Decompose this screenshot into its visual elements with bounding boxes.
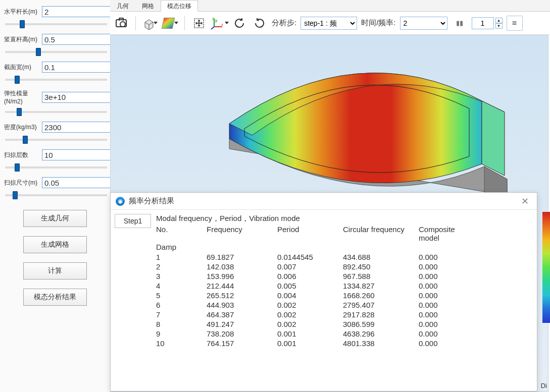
- move-tool[interactable]: [191, 16, 207, 31]
- table-row: 169.18270.0144545434.6880.000: [156, 252, 464, 262]
- table-row: 10764.1570.0014801.3380.000: [156, 339, 464, 348]
- overflow-button[interactable]: ≡: [507, 16, 523, 31]
- param-slider[interactable]: [5, 23, 107, 25]
- rotate-ccw-tool[interactable]: [252, 16, 268, 31]
- results-text: Modal frequency，Period，Vibration mode No…: [151, 214, 532, 389]
- cube-icon: [143, 18, 153, 28]
- time-freq-label: 时间/频率:: [361, 18, 395, 28]
- gen-mesh-button[interactable]: 生成网格: [23, 236, 87, 253]
- param-row: 弹性模量(N/m2): [4, 89, 106, 115]
- table-row: 4212.4440.0051334.8270.000: [156, 281, 464, 291]
- viewport-toolbar: xzy 分析步: step-1 : 频 时间/频率: 2 ▮▮: [110, 12, 550, 35]
- col-no: No.: [156, 225, 207, 243]
- table-row: 9738.2080.0014638.2960.000: [156, 329, 464, 339]
- model-render: [202, 50, 525, 212]
- param-slider[interactable]: [5, 79, 107, 81]
- colormap-dropdown[interactable]: [162, 16, 178, 31]
- color-legend: [542, 212, 550, 323]
- tab-geom[interactable]: 几何: [110, 0, 135, 11]
- param-label: 弹性模量(N/m2): [4, 89, 42, 105]
- table-row: 7464.3870.0022917.8280.000: [156, 310, 464, 319]
- param-row: 竖直杆高(m): [4, 34, 106, 54]
- gradient-cube-icon: [161, 18, 175, 29]
- sidebar: 水平杆长(m)竖直杆高(m)截面宽(m)弹性模量(N/m2)密度(kg/m3)扫…: [0, 0, 110, 392]
- col-circ: Circular frequency: [343, 225, 419, 243]
- param-label: 密度(kg/m3): [4, 123, 42, 132]
- param-label: 扫掠尺寸(m): [4, 179, 42, 187]
- table-row: 8491.2470.0023086.5990.000: [156, 319, 464, 329]
- table-row: 6444.9030.0022795.4070.000: [156, 300, 464, 310]
- viewport-corner-label: Di: [541, 382, 547, 389]
- col-period: Period: [277, 225, 343, 243]
- tab-mesh[interactable]: 网格: [135, 0, 161, 11]
- param-label: 截面宽(m): [4, 63, 42, 72]
- axis-tool[interactable]: xzy: [211, 16, 227, 31]
- dialog-close-button[interactable]: ✕: [518, 195, 532, 208]
- param-row: 水平杆长(m): [4, 6, 106, 27]
- table-row: 5265.5120.0041668.2600.000: [156, 291, 464, 300]
- rotate-ccw-icon: [254, 17, 266, 29]
- frame-step-up[interactable]: ▲: [495, 18, 503, 23]
- view-tabstrip: 几何 网格 模态位移: [110, 0, 550, 12]
- param-row: 密度(kg/m3): [4, 122, 106, 142]
- table-row: 2142.0380.007892.4500.000: [156, 262, 464, 271]
- table-row: 3153.9960.006967.5880.000: [156, 271, 464, 281]
- move-icon: [193, 17, 205, 29]
- dialog-step-tab[interactable]: Step1: [115, 214, 151, 228]
- param-row: 扫掠尺寸(m): [4, 177, 106, 198]
- param-slider[interactable]: [5, 166, 107, 169]
- param-label: 水平杆长(m): [4, 8, 42, 16]
- param-row: 截面宽(m): [4, 62, 106, 82]
- svg-text:z: z: [212, 17, 214, 21]
- camera-icon: [116, 19, 127, 27]
- svg-line-7: [211, 27, 214, 29]
- dialog-title: 频率分析结果: [129, 196, 518, 206]
- calc-button[interactable]: 计算: [23, 262, 87, 279]
- frame-stepper[interactable]: ▲ ▼: [472, 17, 503, 29]
- frame-step-down[interactable]: ▼: [495, 23, 503, 29]
- param-slider[interactable]: [5, 194, 107, 196]
- frame-stepper-input[interactable]: [472, 17, 494, 29]
- tab-disp[interactable]: 模态位移: [161, 0, 198, 12]
- svg-text:y: y: [215, 18, 217, 23]
- param-slider[interactable]: [5, 111, 107, 113]
- view-cube-dropdown[interactable]: [142, 16, 158, 31]
- axis-icon: xzy: [210, 17, 224, 30]
- analysis-step-select[interactable]: step-1 : 频: [301, 17, 357, 30]
- col-freq: Frequency: [207, 225, 277, 243]
- analysis-step-label: 分析步:: [272, 18, 296, 28]
- rotate-cw-icon: [233, 17, 245, 29]
- param-label: 竖直杆高(m): [4, 35, 42, 44]
- col-model: Composite model: [419, 225, 464, 243]
- screenshot-button[interactable]: [113, 16, 129, 31]
- param-label: 扫掠层数: [4, 151, 42, 159]
- param-row: 扫掠层数: [4, 149, 106, 170]
- svg-text:x: x: [221, 22, 223, 27]
- app-icon: ◉: [116, 197, 125, 206]
- param-slider[interactable]: [5, 139, 107, 141]
- rotate-cw-tool[interactable]: [231, 16, 247, 31]
- param-slider[interactable]: [5, 51, 107, 53]
- results-dialog: ◉ 频率分析结果 ✕ Step1 Modal frequency，Period，…: [110, 192, 537, 391]
- dialog-titlebar[interactable]: ◉ 频率分析结果 ✕: [111, 193, 537, 210]
- damp-label: Damp: [156, 243, 530, 251]
- modal-result-button[interactable]: 模态分析结果: [23, 289, 87, 306]
- time-freq-select[interactable]: 2: [400, 17, 447, 30]
- gen-geom-button[interactable]: 生成几何: [23, 210, 87, 227]
- play-button[interactable]: ▮▮: [452, 16, 468, 31]
